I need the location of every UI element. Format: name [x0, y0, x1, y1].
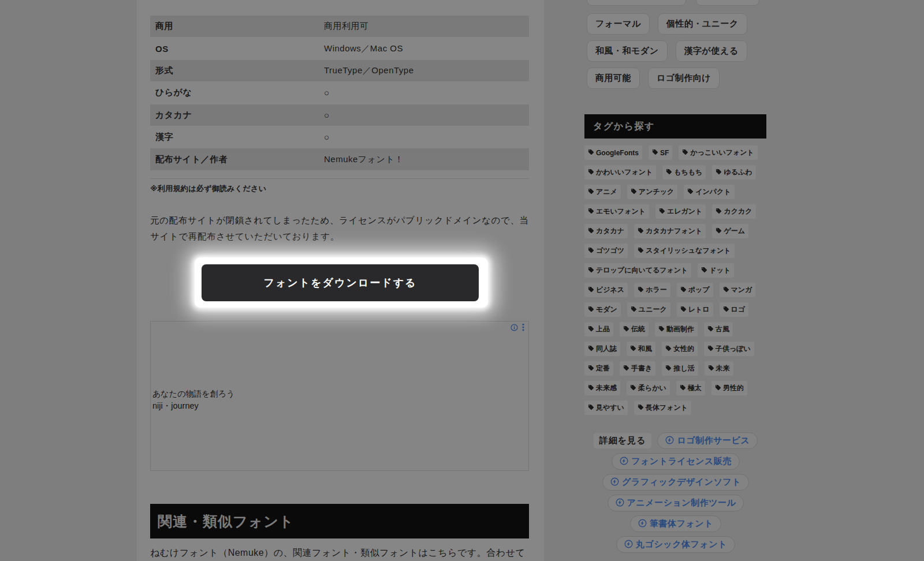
tag-chip[interactable]: モダン [584, 302, 621, 317]
promo-link[interactable]: 筆書体フォント [630, 515, 721, 532]
category-button[interactable]: 個性的・ユニーク [658, 13, 747, 35]
tag-chip[interactable]: かっこいいフォント [679, 145, 758, 160]
tag-icon [623, 326, 629, 334]
tag-label: 動画制作 [666, 324, 694, 334]
tag-label: 未来 [716, 364, 730, 373]
promo-link[interactable]: グラフィックデザインソフト [602, 474, 749, 491]
category-button[interactable]: ロゴ制作向け [648, 68, 720, 89]
tag-chip[interactable]: 柔らかい [627, 381, 670, 395]
redistribution-description: 元の配布サイトが閉鎖されてしまったため、ライセンスがパブリックドメインなので、当… [150, 212, 530, 244]
tag-chip[interactable]: SF [649, 145, 672, 160]
promo-link-label: 丸ゴシック体フォント [636, 539, 727, 550]
tag-icon [630, 345, 636, 353]
tag-chip[interactable]: インパクト [684, 185, 734, 199]
tag-label: カタカナ [596, 226, 624, 236]
tag-chip[interactable]: 未来 [705, 361, 733, 376]
tag-chip[interactable]: レトロ [677, 302, 713, 317]
tag-icon [588, 247, 594, 255]
ad-banner[interactable]: あなたの物語を創ろう niji・journey [150, 321, 529, 471]
category-button[interactable]: シンプル・ミニマル [587, 0, 686, 6]
tag-label: GoogleFonts [596, 149, 639, 157]
tag-chip[interactable]: 極太 [676, 381, 705, 395]
spec-table-row: 商用 商用利用可 [150, 16, 529, 38]
tag-label: ユニーク [639, 305, 667, 315]
tag-chip[interactable]: ユニーク [627, 302, 670, 317]
tag-chip[interactable]: ポップ [677, 283, 713, 297]
tag-icon [715, 384, 721, 392]
tag-chip[interactable]: ゆるふわ [712, 165, 755, 179]
spec-row-label: ひらがな [150, 82, 318, 103]
tag-chip[interactable]: 手書き [620, 361, 655, 376]
tag-chip[interactable]: 同人誌 [584, 342, 620, 356]
tag-chip[interactable]: 定番 [584, 361, 613, 376]
category-button[interactable]: フォーマル [587, 13, 650, 35]
tag-section-header: タグから探す [584, 114, 766, 139]
tag-label: 伝統 [631, 324, 645, 334]
promo-link[interactable]: 丸ゴシック体フォント [616, 536, 735, 553]
tag-chip[interactable]: 和風 [627, 342, 655, 356]
tag-icon [588, 326, 594, 334]
tag-chip[interactable]: 長体フォント [634, 401, 691, 415]
tag-icon [631, 306, 637, 314]
tag-chip[interactable]: もちもち [662, 165, 706, 179]
tag-label: ロゴ [731, 305, 746, 315]
promo-links-area: 詳細を見る ロゴ制作サービス フォントライセンス販売 グラフィックデザインソフト… [584, 432, 767, 553]
tag-chip[interactable]: カクカク [712, 204, 755, 219]
tag-chip[interactable]: マンガ [720, 283, 756, 297]
ad-menu-icon[interactable] [521, 323, 525, 331]
category-button[interactable]: 漢字が使える [676, 40, 747, 62]
tag-chip[interactable]: ビジネス [584, 283, 628, 297]
category-button[interactable]: 和風・和モダン [587, 40, 668, 62]
tag-icon [652, 149, 658, 157]
promo-link[interactable]: アニメーション制作ツール [608, 495, 744, 511]
tag-chip[interactable]: ゲーム [712, 224, 748, 238]
spec-row-value: TrueType／OpenType [318, 60, 529, 81]
tag-chip[interactable]: ドット [698, 263, 734, 278]
tag-chip[interactable]: 見やすい [584, 401, 628, 415]
detail-link[interactable]: 詳細を見る [594, 433, 652, 448]
tag-chip[interactable]: カタカナ [584, 224, 628, 238]
tag-chip[interactable]: ゴツゴツ [584, 244, 628, 258]
tag-chip[interactable]: かわいいフォント [584, 165, 656, 179]
tag-chip[interactable]: 子供っぽい [704, 342, 754, 356]
tag-cloud: GoogleFonts SF かっこいいフォント かわいいフォント もちもち ゆ… [584, 145, 768, 415]
ad-info-icon[interactable] [511, 324, 518, 331]
download-font-button[interactable]: フォントをダウンロードする [202, 264, 479, 301]
promo-link[interactable]: ロゴ制作サービス [657, 432, 758, 449]
tag-chip[interactable]: 伝統 [620, 322, 649, 336]
tag-chip[interactable]: 古風 [704, 322, 733, 336]
category-button[interactable]: ナチュラル [696, 0, 759, 6]
tag-chip[interactable]: 上品 [584, 322, 613, 336]
tag-chip[interactable]: エレガント [655, 204, 706, 219]
tag-label: 古風 [716, 324, 729, 334]
tag-label: 定番 [596, 364, 610, 373]
tag-icon [723, 306, 729, 314]
tag-icon [588, 149, 594, 157]
tag-chip[interactable]: ホラー [634, 283, 670, 297]
tag-chip[interactable]: GoogleFonts [584, 145, 642, 160]
tag-chip[interactable]: 推し活 [662, 361, 698, 376]
tag-chip[interactable]: アニメ [584, 185, 621, 199]
tag-chip[interactable]: 男性的 [711, 381, 747, 395]
tag-label: 極太 [688, 383, 702, 393]
promo-link-label: 筆書体フォント [650, 518, 713, 529]
tag-chip[interactable]: スタイリッシュなフォント [634, 244, 734, 258]
circled-lightning-icon [616, 498, 624, 508]
promo-link[interactable]: フォントライセンス販売 [612, 453, 740, 470]
tag-label: レトロ [688, 305, 710, 315]
circled-lightning-icon [638, 519, 647, 529]
spec-row-label: OS [150, 38, 318, 59]
tag-chip[interactable]: エモいフォント [584, 204, 649, 219]
tag-chip[interactable]: 動画制作 [655, 322, 698, 336]
tag-label: スタイリッシュなフォント [646, 246, 731, 256]
tag-chip[interactable]: カタカナフォント [634, 224, 706, 238]
tag-chip[interactable]: 未来感 [584, 381, 620, 395]
circled-lightning-icon [620, 457, 628, 467]
tag-icon [588, 169, 594, 177]
tag-chip[interactable]: ロゴ [720, 302, 749, 317]
tag-chip[interactable]: 女性的 [662, 342, 698, 356]
category-button[interactable]: 商用可能 [587, 68, 640, 89]
tag-chip[interactable]: テロップに向いてるフォント [584, 263, 691, 278]
tag-chip[interactable]: アンチック [627, 185, 677, 199]
spec-row-label: 商用 [150, 16, 318, 37]
